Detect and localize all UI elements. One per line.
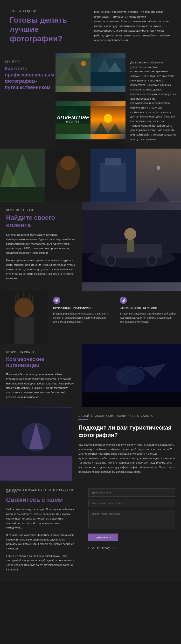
svg-rect-9 (56, 124, 90, 134)
behance-icon[interactable]: B⊃e; (102, 546, 110, 550)
hero-section: ХОЛЛИ ХАДСОН Готовы делать лучшие фотогр… (0, 0, 181, 53)
grid-image-2 (45, 148, 91, 202)
find-client-section: ПЕРВЫЙ ВАРИАНТ Найдите своего клиента Ка… (0, 202, 181, 291)
sunset-image (90, 101, 126, 140)
plane-image (82, 344, 181, 408)
name-input[interactable] (88, 488, 175, 497)
svg-rect-5 (90, 72, 126, 86)
two-paths-left: ДВА ПУТИ Как стать профессиональным фото… (0, 53, 56, 148)
two-paths-description: Да, вы можете побывать в удивительных ме… (126, 53, 181, 148)
adventure-sub-text: BEGINS (56, 120, 90, 123)
commercial-left: ВТОРОЙ ВАРИАНТ Коммерческие организации … (0, 344, 82, 408)
adventure-image: ADVENTURE BEGINS ~ ~ ~ (56, 101, 90, 140)
svg-rect-18 (0, 187, 45, 202)
hero-title: Готовы делать лучшие фотографии? (10, 16, 87, 43)
think-big-image (0, 408, 72, 481)
find-client-tag: ПЕРВЫЙ ВАРИАНТ (6, 209, 76, 212)
message-input[interactable] (88, 510, 175, 529)
think-big-description: Вам скучна работа за столом с девяти до … (78, 442, 175, 474)
find-client-title: Найдите своего клиента (6, 214, 76, 229)
contact-right: представить f ✓ in B⊃e; P (82, 481, 181, 582)
svg-rect-35 (127, 240, 134, 252)
think-big-title: Подходит ли вам туристическая фотография… (78, 424, 175, 439)
find-client-para1: Как туристический фотограф, у вас много … (6, 232, 76, 255)
svg-point-3 (81, 61, 86, 66)
think-big-tag: ДУМАЙТЕ МАСШТАБНО, НАЧИНАЙТЕ С МАЛОГО (78, 414, 175, 417)
svg-point-12 (104, 114, 112, 123)
digital-desc-2: В наши дни цифровые платформы и веб-сайт… (120, 312, 176, 324)
svg-point-34 (124, 228, 136, 240)
svg-point-21 (60, 156, 75, 170)
hero-description: Многие люди ошибаются, полагая, что тури… (94, 10, 171, 44)
svg-point-32 (106, 256, 116, 266)
find-client-para2: Многие правительства стремятся продвигат… (6, 258, 76, 280)
cliff-image (90, 53, 126, 92)
digital-title-2: СТОКОВАЯ ФОТОГРАФИЯ (120, 306, 176, 310)
adventure-main-text: ADVENTURE (56, 115, 90, 120)
hero-left: ХОЛЛИ ХАДСОН Готовы делать лучшие фотогр… (10, 10, 94, 44)
hero-subtitle: ХОЛЛИ ХАДСОН (10, 10, 87, 12)
pinterest-icon[interactable]: P (112, 546, 115, 550)
two-paths-title: Как стать профессиональным фотографом-пу… (5, 65, 51, 90)
contact-section: МЫ БЫЛИ БЫ РАДЫ ПОЛУЧИТЬ ИЗВЕСТИЯ ОТ ВАС… (0, 481, 181, 582)
adventure-overlay: ADVENTURE BEGINS ~ ~ ~ (56, 115, 90, 125)
svg-point-37 (14, 298, 34, 317)
think-big-right: ДУМАЙТЕ МАСШТАБНО, НАЧИНАЙТЕ С МАЛОГО По… (72, 408, 181, 481)
svg-rect-47 (82, 392, 181, 407)
svg-rect-24 (105, 158, 122, 166)
contact-para1: Сейчас нет, и в одну шагу один. Поэтому … (6, 507, 76, 530)
twitter-icon[interactable]: ✓ (92, 546, 94, 550)
digital-content: ЦИФРОВЫЕ ПЛАТФОРМЫ В наши дни цифровые п… (48, 291, 181, 344)
submit-button[interactable]: представить (88, 534, 118, 541)
commercial-tag: ВТОРОЙ ВАРИАНТ (6, 351, 76, 354)
mountain-image (56, 53, 90, 92)
contact-para2: Я социальное животное. Животное, потому … (6, 533, 76, 551)
facebook-icon[interactable]: f (88, 546, 89, 550)
two-paths-section: ДВА ПУТИ Как стать профессиональным фото… (0, 53, 181, 148)
digital-title-1: ЦИФРОВЫЕ ПЛАТФОРМЫ (53, 306, 110, 310)
contact-left: МЫ БЫЛИ БЫ РАДЫ ПОЛУЧИТЬ ИЗВЕСТИЯ ОТ ВАС… (0, 481, 82, 582)
person-car-image (82, 202, 181, 291)
commercial-title: Коммерческие организации (6, 356, 76, 368)
grid-image-3 (90, 148, 136, 202)
svg-rect-38 (14, 317, 34, 344)
digital-item-1: ЦИФРОВЫЕ ПЛАТФОРМЫ В наши дни цифровые п… (48, 291, 115, 344)
two-paths-tag: ДВА ПУТИ (5, 60, 51, 63)
commercial-description: Поскольку бесплатное путешествие и съёмк… (6, 372, 76, 399)
grid-image-4 (136, 148, 181, 202)
digital-icon-2 (120, 297, 127, 304)
linkedin-icon[interactable]: in (97, 546, 100, 550)
svg-rect-50 (0, 456, 72, 480)
find-client-left: ПЕРВЫЙ ВАРИАНТ Найдите своего клиента Ка… (0, 202, 82, 291)
digital-icon-1 (53, 297, 60, 304)
think-big-section: ДУМАЙТЕ МАСШТАБНО, НАЧИНАЙТЕ С МАЛОГО По… (0, 408, 181, 481)
digital-desc-1: В наши дни цифровые платформы и веб-сайт… (53, 312, 110, 324)
social-icons: f ✓ in B⊃e; P (88, 546, 175, 550)
email-input[interactable] (88, 499, 175, 507)
svg-point-33 (147, 256, 157, 266)
svg-rect-23 (100, 163, 126, 192)
grid-image-1 (0, 148, 45, 202)
svg-point-27 (156, 166, 160, 170)
purple-bar (78, 419, 88, 420)
photo-grid (0, 148, 181, 202)
digital-section: ЦИФРОВЫЕ ПЛАТФОРМЫ В наши дни цифровые п… (0, 291, 181, 344)
contact-tag: МЫ БЫЛИ БЫ РАДЫ ПОЛУЧИТЬ ИЗВЕСТИЯ ОТ ВАС… (6, 488, 76, 494)
contact-title: Свяжитесь с нами (6, 496, 76, 504)
digital-item-2: СТОКОВАЯ ФОТОГРАФИЯ В наши дни цифровые … (115, 291, 181, 344)
svg-point-43 (122, 300, 124, 301)
man-image (0, 291, 48, 344)
svg-point-46 (116, 366, 145, 385)
two-paths-images: ADVENTURE BEGINS ~ ~ ~ (56, 53, 126, 148)
contact-para3: Если я не слежу в социальных платформах … (6, 554, 76, 572)
commercial-section: ВТОРОЙ ВАРИАНТ Коммерческие организации … (0, 344, 181, 408)
